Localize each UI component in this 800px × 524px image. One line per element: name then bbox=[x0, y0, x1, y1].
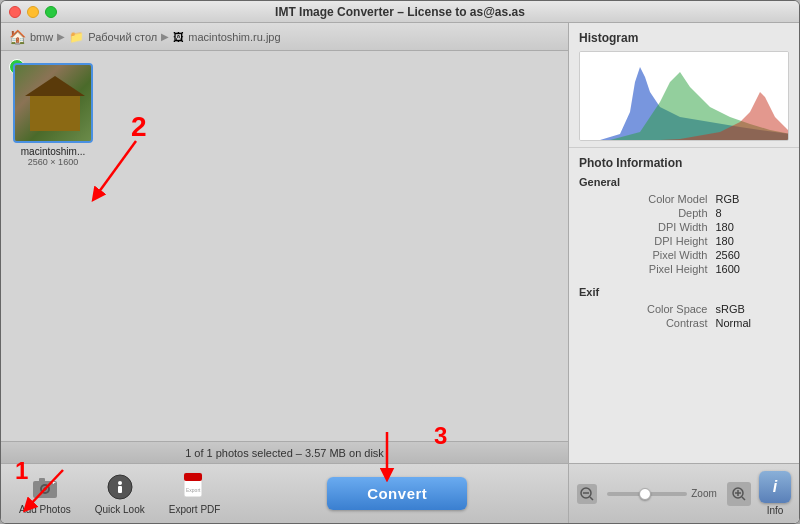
info-value-pixel-width: 2560 bbox=[716, 248, 790, 262]
annotation-3-wrapper: 3 Convert bbox=[327, 477, 467, 510]
photo-info-title: Photo Information bbox=[579, 156, 789, 170]
right-panel: Histogram Photo Informatio bbox=[569, 23, 799, 523]
svg-line-21 bbox=[590, 497, 593, 500]
info-label-color-space: Color Space bbox=[579, 302, 716, 316]
export-pdf-button[interactable]: PDF Export Export PDF bbox=[159, 467, 231, 521]
info-value-color-model: RGB bbox=[716, 192, 790, 206]
toolbar: 1 bbox=[1, 463, 568, 523]
info-value-dpi-width: 180 bbox=[716, 220, 790, 234]
svg-line-24 bbox=[742, 497, 745, 500]
breadcrumb-file[interactable]: macintoshim.ru.jpg bbox=[188, 31, 280, 43]
svg-point-11 bbox=[118, 481, 122, 485]
status-text: 1 of 1 photos selected – 3.57 MB on disk bbox=[185, 447, 384, 459]
info-row-pixel-height: Pixel Height 1600 bbox=[579, 262, 789, 276]
quick-look-icon bbox=[106, 473, 134, 501]
traffic-lights bbox=[9, 6, 57, 18]
zoom-out-icon bbox=[577, 484, 597, 504]
arrow-2-svg bbox=[81, 131, 141, 211]
zoom-in-icon bbox=[727, 482, 751, 506]
histogram-section: Histogram bbox=[569, 23, 799, 148]
exif-info-table: Color Space sRGB Contrast Normal bbox=[579, 302, 789, 330]
svg-line-3 bbox=[28, 470, 63, 507]
svg-line-1 bbox=[96, 141, 136, 196]
breadcrumb-folder[interactable]: Рабочий стол bbox=[88, 31, 157, 43]
info-row-depth: Depth 8 bbox=[579, 206, 789, 220]
zoom-slider-thumb[interactable] bbox=[639, 488, 651, 500]
histogram-svg bbox=[580, 52, 789, 141]
histogram-label: Histogram bbox=[579, 31, 789, 45]
sep-2: ▶ bbox=[161, 31, 169, 42]
photo-info-section: Photo Information General Color Model RG… bbox=[569, 148, 799, 463]
info-value-color-space: sRGB bbox=[716, 302, 790, 316]
info-value-contrast: Normal bbox=[716, 316, 790, 330]
folder-icon-sm: 📁 bbox=[69, 30, 84, 44]
info-button-label: Info bbox=[767, 505, 784, 516]
zoom-slider[interactable] bbox=[607, 492, 687, 496]
quick-look-button[interactable]: Quick Look bbox=[85, 467, 155, 521]
svg-text:PDF: PDF bbox=[186, 480, 198, 486]
breadcrumb: 🏠 bmw ▶ 📁 Рабочий стол ▶ 🖼 macintoshim.r… bbox=[1, 23, 568, 51]
left-panel: 🏠 bmw ▶ 📁 Рабочий стол ▶ 🖼 macintoshim.r… bbox=[1, 23, 569, 523]
info-row-pixel-width: Pixel Width 2560 bbox=[579, 248, 789, 262]
info-value-dpi-height: 180 bbox=[716, 234, 790, 248]
svg-rect-12 bbox=[118, 486, 122, 493]
svg-text:Export: Export bbox=[186, 487, 201, 493]
arrow-3-svg bbox=[362, 427, 412, 482]
image-grid[interactable]: ✓ macintoshim... 2560 × 1600 2 bbox=[1, 51, 568, 441]
title-bar: IMT Image Converter – License to as@as.a… bbox=[1, 1, 799, 23]
status-bar: 1 of 1 photos selected – 3.57 MB on disk bbox=[1, 441, 568, 463]
info-value-depth: 8 bbox=[716, 206, 790, 220]
arrow-1-svg bbox=[23, 465, 73, 515]
app-window: IMT Image Converter – License to as@as.a… bbox=[0, 0, 800, 524]
breadcrumb-home[interactable]: bmw bbox=[30, 31, 53, 43]
zoom-label: Zoom bbox=[691, 488, 717, 499]
info-button-container: i Info bbox=[759, 471, 791, 516]
close-button[interactable] bbox=[9, 6, 21, 18]
export-pdf-label: Export PDF bbox=[169, 504, 221, 515]
general-info-table: Color Model RGB Depth 8 DPI Width 180 DP… bbox=[579, 192, 789, 276]
info-button[interactable]: i bbox=[759, 471, 791, 503]
home-icon: 🏠 bbox=[9, 29, 26, 45]
info-label-dpi-width: DPI Width bbox=[579, 220, 716, 234]
info-row-color-space: Color Space sRGB bbox=[579, 302, 789, 316]
info-row-dpi-width: DPI Width 180 bbox=[579, 220, 789, 234]
exif-group-title: Exif bbox=[579, 286, 789, 298]
file-icon-sm: 🖼 bbox=[173, 31, 184, 43]
info-label-contrast: Contrast bbox=[579, 316, 716, 330]
info-label-color-model: Color Model bbox=[579, 192, 716, 206]
histogram-canvas bbox=[579, 51, 789, 141]
info-row-dpi-height: DPI Height 180 bbox=[579, 234, 789, 248]
info-label-pixel-height: Pixel Height bbox=[579, 262, 716, 276]
info-row-contrast: Contrast Normal bbox=[579, 316, 789, 330]
info-label-depth: Depth bbox=[579, 206, 716, 220]
right-toolbar: Zoom i Info bbox=[569, 463, 799, 523]
annotation-3-label: 3 bbox=[434, 422, 447, 450]
export-pdf-icon: PDF Export bbox=[181, 473, 209, 501]
main-layout: 🏠 bmw ▶ 📁 Рабочий стол ▶ 🖼 macintoshim.r… bbox=[1, 23, 799, 523]
sep-1: ▶ bbox=[57, 31, 65, 42]
maximize-button[interactable] bbox=[45, 6, 57, 18]
info-row-color-model: Color Model RGB bbox=[579, 192, 789, 206]
window-title: IMT Image Converter – License to as@as.a… bbox=[275, 5, 525, 19]
zoom-control[interactable]: Zoom bbox=[597, 488, 727, 499]
general-group-title: General bbox=[579, 176, 789, 188]
info-label-pixel-width: Pixel Width bbox=[579, 248, 716, 262]
quick-look-label: Quick Look bbox=[95, 504, 145, 515]
info-value-pixel-height: 1600 bbox=[716, 262, 790, 276]
minimize-button[interactable] bbox=[27, 6, 39, 18]
info-label-dpi-height: DPI Height bbox=[579, 234, 716, 248]
